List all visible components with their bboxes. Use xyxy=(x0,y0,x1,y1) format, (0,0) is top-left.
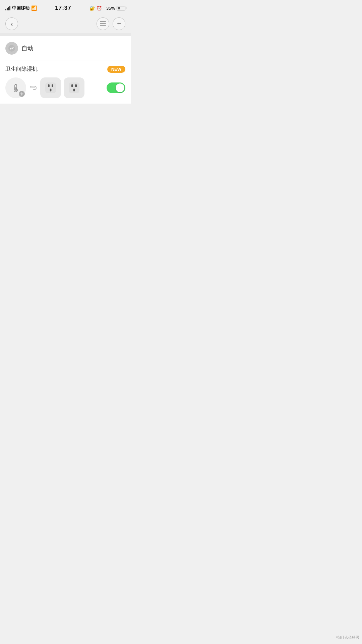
automation-title: 自动 xyxy=(21,44,34,52)
battery-fill xyxy=(118,7,120,9)
outlet-svg-2 xyxy=(67,81,81,95)
automation-item-header: 卫生间除湿机 NEW xyxy=(5,66,125,73)
battery-container xyxy=(117,6,125,10)
wifi-icon: 📶 xyxy=(31,5,37,11)
outlet-icon-2 xyxy=(64,77,84,98)
svg-rect-23 xyxy=(73,89,75,91)
nav-right-buttons: + xyxy=(97,17,125,30)
temp-sensor-icon xyxy=(5,77,26,98)
thermometer-icon xyxy=(11,83,20,93)
list-icon xyxy=(100,21,106,26)
automation-header: 自动 xyxy=(5,36,125,60)
status-bar: 中国移动 📶 17:37 🔐 ⏰ ’ 35% xyxy=(0,0,131,15)
automation-item-devices xyxy=(5,77,84,98)
lock-icon: 🔐 xyxy=(89,6,95,11)
automation-item-name: 卫生间除湿机 xyxy=(5,66,38,73)
carrier-label: 中国移动 xyxy=(12,5,29,11)
svg-rect-0 xyxy=(100,21,106,22)
svg-point-5 xyxy=(13,47,14,48)
settings-badge-icon xyxy=(19,91,25,97)
svg-point-4 xyxy=(10,49,11,50)
svg-rect-17 xyxy=(48,84,50,87)
svg-rect-20 xyxy=(69,82,79,93)
link-icon xyxy=(29,84,38,92)
alarm-icon: ⏰ xyxy=(97,6,102,11)
toggle-knob xyxy=(116,83,124,92)
battery-percent: 35% xyxy=(106,6,115,11)
new-badge: NEW xyxy=(107,66,125,73)
automation-toggle[interactable] xyxy=(107,82,125,93)
outlet-svg-1 xyxy=(44,81,57,95)
bluetooth-icon: ’ xyxy=(104,6,105,11)
content-divider xyxy=(0,33,131,36)
svg-rect-18 xyxy=(52,84,53,87)
battery-box xyxy=(117,6,125,10)
nav-bar: ‹ + xyxy=(0,15,131,33)
add-icon: + xyxy=(117,20,121,28)
add-button[interactable]: + xyxy=(113,17,125,30)
back-icon: ‹ xyxy=(11,20,13,28)
outlet-icon-1 xyxy=(40,77,61,98)
svg-rect-21 xyxy=(71,84,73,87)
svg-rect-9 xyxy=(15,87,16,90)
svg-rect-16 xyxy=(45,82,56,93)
svg-point-10 xyxy=(21,93,22,95)
svg-rect-22 xyxy=(75,84,77,87)
signal-icon xyxy=(5,6,10,10)
back-button[interactable]: ‹ xyxy=(5,17,18,30)
status-right: 🔐 ⏰ ’ 35% xyxy=(89,6,125,11)
svg-rect-1 xyxy=(100,23,106,24)
svg-rect-19 xyxy=(50,89,52,91)
automation-icon xyxy=(5,42,18,55)
main-section: 自动 卫生间除湿机 NEW xyxy=(0,36,131,104)
toggle-container xyxy=(84,82,125,93)
automation-item: 卫生间除湿机 NEW xyxy=(5,60,125,104)
status-left: 中国移动 📶 xyxy=(5,5,37,11)
time-label: 17:37 xyxy=(55,5,71,11)
svg-rect-2 xyxy=(100,25,106,26)
empty-area xyxy=(0,104,131,238)
list-button[interactable] xyxy=(97,17,109,30)
